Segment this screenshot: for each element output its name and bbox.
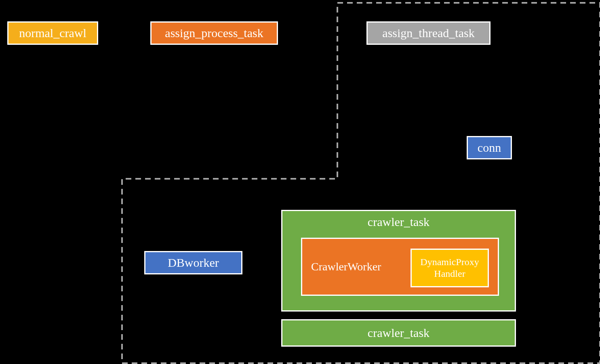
crawler-task-2-box: crawler_task — [281, 319, 516, 347]
dbworker-box: DBworker — [144, 251, 242, 274]
crawler-task-2-label: crawler_task — [368, 326, 429, 340]
dynamic-proxy-box: DynamicProxy Handler — [411, 249, 489, 287]
conn-label: conn — [478, 141, 501, 155]
conn-box: conn — [467, 136, 512, 159]
dbworker-label: DBworker — [168, 256, 219, 270]
assign-process-task-box: assign_process_task — [150, 21, 278, 45]
crawler-worker-box: CrawlerWorker DynamicProxy Handler — [301, 238, 499, 296]
normal-crawl-box: normal_crawl — [7, 21, 98, 45]
assign-thread-task-box: assign_thread_task — [366, 21, 491, 45]
dynamic-proxy-line2: Handler — [434, 268, 465, 279]
crawler-task-1-title: crawler_task — [282, 211, 515, 232]
assign-thread-task-label: assign_thread_task — [382, 26, 474, 40]
crawler-task-1-box: crawler_task CrawlerWorker DynamicProxy … — [281, 210, 516, 312]
dynamic-proxy-line1: DynamicProxy — [420, 257, 479, 267]
normal-crawl-label: normal_crawl — [19, 26, 86, 40]
assign-process-task-label: assign_process_task — [165, 26, 263, 40]
